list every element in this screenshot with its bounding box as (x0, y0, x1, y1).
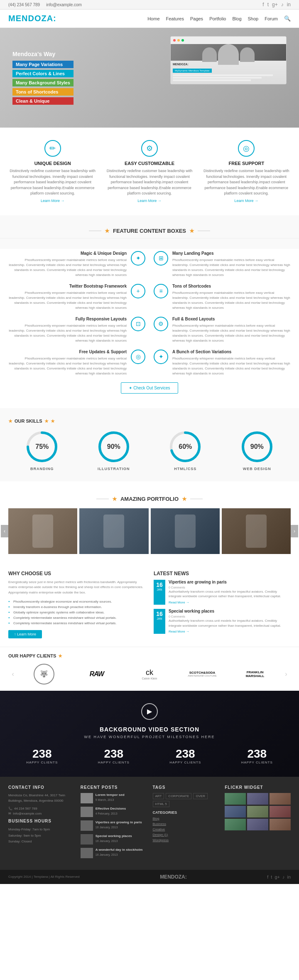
footer-post-text-4: Special working places 16 January, 2013 (96, 834, 132, 843)
browser-bar (171, 37, 286, 44)
footer-social-in[interactable]: in (287, 874, 291, 879)
tag-over[interactable]: OVER (193, 793, 208, 799)
footer-post-text-1: Lorem tempor sed 5 March, 2013 (96, 793, 125, 802)
flickr-item-9[interactable] (270, 819, 291, 830)
flickr-item-5[interactable] (247, 806, 268, 817)
check-services-button[interactable]: ✦ Check Out Services (121, 382, 178, 394)
footer-phone-number: 44 234 567 789 (14, 807, 37, 810)
news-text-2: Authoritatively transform cross-unit mod… (169, 618, 291, 628)
learn-more-button[interactable]: ↑ Learn More (8, 630, 42, 638)
portfolio-item-4[interactable] (222, 508, 291, 554)
browser-hero-area (171, 44, 286, 61)
footer-flickr: FLICKR WIDGET (225, 785, 291, 862)
email-icon: ✉ (8, 812, 11, 815)
news-link-1[interactable]: Read More → (169, 601, 189, 604)
feature-link-3[interactable]: Learn More → (202, 199, 291, 203)
client-logo-5: FRANKLIN MARSHALL (232, 664, 278, 685)
two-col-section: WHY CHOOSE US Energistically seize just … (0, 562, 299, 647)
nav-shop[interactable]: Shop (248, 16, 259, 21)
portfolio-image-2 (79, 508, 148, 554)
flickr-item-3[interactable] (270, 793, 291, 805)
portfolio-item-1[interactable] (8, 508, 77, 554)
flickr-item-2[interactable] (247, 793, 268, 805)
footer-social-f[interactable]: f (267, 874, 268, 879)
clients-prev-arrow[interactable]: ‹ (12, 670, 14, 678)
hero-item-4: Tons of Shortcodes (12, 88, 74, 96)
news-link-2[interactable]: Read More → (169, 630, 189, 633)
check-services-container: ✦ Check Out Services (8, 382, 291, 394)
hours-weekday: Monday-Friday: 7am to 9pm (8, 827, 74, 832)
clients-next-arrow[interactable]: › (285, 670, 287, 678)
shortcodes-title: Tons of Shortcodes (172, 284, 291, 288)
skill-webdesign-percent: 90% (250, 443, 264, 451)
flickr-item-6[interactable] (270, 806, 291, 817)
nav-portfolio[interactable]: Portfolio (209, 16, 226, 21)
footer-cat-creative[interactable]: Creative (153, 827, 219, 832)
linkedin-icon[interactable]: in (287, 2, 291, 7)
unique-design-icon: ✏ (44, 140, 61, 157)
flickr-item-8[interactable] (247, 819, 268, 830)
portfolio-prev-arrow[interactable]: ‹ (1, 525, 8, 537)
features-grid: ✏ UNIQUE DESIGN Distinctively redefine c… (8, 140, 291, 203)
footer-cat-wordpress[interactable]: Wordpress (153, 837, 219, 843)
content-box-responsive-text: Fully Responsive Layouts Phosfluorescent… (8, 317, 127, 343)
feature-free-support: ◎ FREE SUPPORT Distinctively redefine cu… (202, 140, 291, 203)
music-icon[interactable]: ♪ (281, 2, 284, 7)
feature-unique-design: ✏ UNIQUE DESIGN Distinctively redefine c… (8, 140, 97, 203)
tag-html5[interactable]: HTML 5 (153, 801, 169, 807)
flickr-item-1[interactable] (225, 793, 246, 805)
portfolio-next-arrow[interactable]: › (291, 525, 298, 537)
footer-cat-design[interactable]: Design (1) (153, 832, 219, 837)
why-choose-intro: Energistically seize just in time perfec… (8, 580, 145, 596)
footer-post-date-3: 16 January, 2013 (96, 825, 142, 830)
nav-pages[interactable]: Pages (190, 16, 203, 21)
footer-social-music[interactable]: ♪ (282, 874, 285, 879)
skills-section: ★ OUR SKILLS ★ ★ 75% BRANDING 90% (0, 408, 299, 481)
feature-link-1[interactable]: Learn More → (8, 199, 97, 203)
flickr-item-7[interactable] (225, 819, 246, 830)
search-icon[interactable]: 🔍 (284, 15, 291, 22)
content-box-updates-text: Free Updates & Support Phosfluorescently… (8, 350, 127, 376)
feature-link-2[interactable]: Learn More → (105, 199, 194, 203)
footer-address: Mendoza Co, Blueshine 44, 3017 Twin Buil… (8, 793, 74, 804)
skill-illustration: 90% ILLUSTRATION (80, 430, 148, 471)
logo-text: MENDOZA (8, 14, 53, 23)
nav-features[interactable]: Features (166, 16, 184, 21)
portfolio-grid (8, 508, 291, 554)
footer-social-g[interactable]: g+ (274, 874, 280, 879)
clients-section: OUR HAPPY CLIENTS ★ ‹ 🐺 RAW ck Calvin Kl… (0, 647, 299, 691)
nav-home[interactable]: Home (147, 16, 159, 21)
logo[interactable]: MENDOZA: (8, 14, 56, 23)
nav-forum[interactable]: Forum (265, 16, 278, 21)
skill-branding: 75% BRANDING (8, 430, 76, 471)
why-choose-section: WHY CHOOSE US Energistically seize just … (8, 571, 145, 638)
footer-post-date-4: 16 January, 2013 (96, 839, 132, 843)
portfolio-item-2[interactable] (79, 508, 148, 554)
portfolio-item-3[interactable] (151, 508, 220, 554)
footer-cat-blog[interactable]: Blog (153, 816, 219, 821)
updates-text: Phosfluorescently empower maintainable m… (8, 356, 127, 376)
content-box-shortcodes: ≡ Tons of Shortcodes Phosfluorescently e… (154, 284, 291, 310)
latest-news-section: LATEST NEWS 16 JAN Viperties are growing… (154, 571, 291, 638)
skill-htmlcss: 60% HTML/CSS (152, 430, 219, 471)
client-logo-raw: RAW (90, 670, 104, 678)
footer-social-t[interactable]: t (271, 874, 272, 879)
tag-corporate[interactable]: CORPORATE (166, 793, 191, 799)
browser-inner: MENDOZA: MyDynamic Mendoza Template (171, 44, 286, 84)
star-right: ★ (189, 228, 194, 234)
google-icon[interactable]: g+ (272, 2, 278, 7)
footer-cat-business[interactable]: Business (153, 821, 219, 827)
phone-icon: 📞 (8, 807, 12, 810)
flickr-item-4[interactable] (225, 806, 246, 817)
shortcodes-icon: ≡ (154, 284, 168, 298)
video-play-button[interactable]: ▶ (141, 703, 158, 720)
tag-art[interactable]: ART (153, 793, 164, 799)
footer-email-address: Info@example.com (13, 812, 42, 815)
footer-contact: CONTACT INFO Mendoza Co, Blueshine 44, 3… (8, 785, 74, 862)
footer-hours-title: BUSINESS HOURS (8, 819, 74, 823)
nav-blog[interactable]: Blog (232, 16, 241, 21)
twitter-icon[interactable]: t (267, 2, 269, 7)
facebook-icon[interactable]: f (262, 2, 264, 7)
nav-links: Home Features Pages Portfolio Blog Shop … (147, 15, 291, 22)
news-content-2: Special working places 0 Comments Author… (169, 609, 291, 634)
